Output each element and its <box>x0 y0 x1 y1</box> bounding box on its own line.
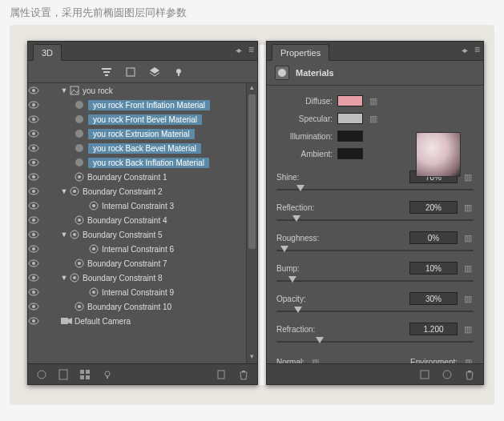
slider-roughness[interactable] <box>276 247 474 254</box>
slider-shine[interactable] <box>276 186 474 193</box>
tree-row[interactable]: you rock Front Bevel Material <box>28 112 257 126</box>
render-icon[interactable] <box>36 369 47 380</box>
swatch-diffuse-color[interactable] <box>337 95 363 106</box>
folder-icon[interactable]: ▥ <box>309 356 321 363</box>
tree-row[interactable]: Boundary Constraint 10 <box>28 299 257 314</box>
tree-row[interactable]: you rock Back Bevel Material <box>28 141 257 155</box>
swatch-specular-color[interactable] <box>337 113 363 124</box>
visibility-icon[interactable] <box>28 274 46 282</box>
chevron-down-icon[interactable]: ▼ <box>60 274 68 282</box>
grid-icon[interactable] <box>79 369 91 380</box>
tree-row[interactable]: Boundary Constraint 7 <box>28 256 257 271</box>
value-refraction[interactable]: 1.200 <box>409 323 458 335</box>
folder-icon[interactable]: ▥ <box>462 263 474 274</box>
tab-3d[interactable]: 3D <box>33 44 62 61</box>
tree-row[interactable]: Boundary Constraint 4 <box>28 213 257 227</box>
tree-row[interactable]: Internal Constraint 9 <box>28 285 257 299</box>
collapse-icon[interactable]: ◂▸ <box>236 46 240 54</box>
svg-point-46 <box>32 247 35 251</box>
slider-reflection[interactable] <box>276 217 474 223</box>
svg-point-60 <box>92 291 95 294</box>
panel-menu-icon[interactable]: ≡ <box>474 44 480 55</box>
new-icon[interactable] <box>216 369 227 380</box>
visibility-icon[interactable] <box>28 144 46 152</box>
preview-toggle-icon[interactable] <box>419 369 430 380</box>
svg-point-66 <box>32 319 35 323</box>
tree-row[interactable]: ▼Boundary Constraint 2 <box>28 184 257 198</box>
folder-icon[interactable]: ▥ <box>462 202 474 213</box>
tree-row[interactable]: Internal Constraint 3 <box>28 198 257 213</box>
folder-icon[interactable]: ▥ <box>462 232 474 243</box>
scroll-up-icon[interactable]: ▴ <box>247 83 257 94</box>
chevron-down-icon[interactable]: ▼ <box>60 187 68 195</box>
light-icon[interactable] <box>172 66 185 78</box>
visibility-icon[interactable] <box>28 303 46 311</box>
visibility-icon[interactable] <box>28 158 46 166</box>
visibility-icon[interactable] <box>28 259 46 267</box>
visibility-icon[interactable] <box>28 101 46 109</box>
slider-bump[interactable] <box>276 278 474 284</box>
tree-row[interactable]: you rock Extrusion Material <box>28 126 257 141</box>
tree-label: you rock Back Bevel Material <box>86 143 257 154</box>
visibility-icon[interactable] <box>28 245 46 253</box>
tree-row[interactable]: Internal Constraint 6 <box>28 242 257 256</box>
scroll-thumb[interactable] <box>248 94 256 249</box>
tab-properties[interactable]: Properties <box>272 44 329 61</box>
svg-rect-77 <box>242 371 245 372</box>
folder-icon[interactable]: ▥ <box>368 95 379 106</box>
value-opacity[interactable]: 30% <box>409 292 458 305</box>
visibility-icon[interactable] <box>28 173 46 181</box>
tree-label: Boundary Constraint 5 <box>81 231 257 239</box>
chevron-down-icon[interactable]: ▼ <box>60 231 68 239</box>
visibility-icon[interactable] <box>28 202 46 210</box>
tree-row[interactable]: Default Camera <box>28 314 257 328</box>
value-roughness[interactable]: 0% <box>409 231 458 244</box>
visibility-icon[interactable] <box>28 115 46 123</box>
value-bump[interactable]: 10% <box>409 262 458 275</box>
visibility-icon[interactable] <box>28 86 46 94</box>
label-bump: Bump: <box>276 264 405 273</box>
trash-icon[interactable] <box>464 369 475 380</box>
scroll-down-icon[interactable]: ▾ <box>247 352 257 363</box>
layers-icon[interactable] <box>148 66 161 78</box>
folder-icon[interactable]: ▥ <box>462 293 474 304</box>
filter-icon[interactable] <box>100 66 113 78</box>
tree-row[interactable]: ▼you rock <box>28 83 257 98</box>
label-ambient: Ambient: <box>276 150 333 158</box>
visibility-icon[interactable] <box>28 216 46 224</box>
collapse-icon[interactable]: ◂▸ <box>462 46 466 54</box>
folder-icon[interactable]: ▥ <box>462 171 474 182</box>
scrollbar[interactable]: ▴ ▾ <box>246 83 257 363</box>
trash-icon[interactable] <box>238 369 249 380</box>
sphere-icon[interactable] <box>442 369 453 380</box>
slider-opacity[interactable] <box>276 308 474 315</box>
visibility-icon[interactable] <box>28 130 46 138</box>
slider-refraction[interactable] <box>276 339 474 345</box>
tree-row[interactable]: you rock Front Inflation Material <box>28 98 257 112</box>
visibility-icon[interactable] <box>28 288 46 296</box>
add-light-icon[interactable] <box>102 369 113 380</box>
folder-icon[interactable]: ▥ <box>368 113 379 124</box>
svg-point-54 <box>32 276 35 279</box>
doc-icon[interactable] <box>58 369 68 380</box>
visibility-icon[interactable] <box>28 317 46 325</box>
tree-row[interactable]: Boundary Constraint 1 <box>28 170 257 184</box>
material-icon <box>73 100 86 110</box>
mesh-icon[interactable] <box>124 66 137 78</box>
value-reflection[interactable]: 20% <box>409 201 458 214</box>
folder-icon[interactable]: ▥ <box>462 356 474 363</box>
tree-row[interactable]: ▼Boundary Constraint 8 <box>28 271 257 285</box>
visibility-icon[interactable] <box>28 231 46 239</box>
chevron-down-icon[interactable]: ▼ <box>60 86 68 94</box>
tree-row[interactable]: you rock Back Inflation Material <box>28 155 257 170</box>
label-reflection: Reflection: <box>276 203 405 212</box>
swatch-illumination-color[interactable] <box>337 130 363 142</box>
svg-point-44 <box>73 233 76 236</box>
folder-icon[interactable]: ▥ <box>462 323 474 335</box>
swatch-ambient-color[interactable] <box>337 148 363 159</box>
material-preview[interactable] <box>416 132 461 177</box>
visibility-icon[interactable] <box>28 187 46 195</box>
materials-icon <box>275 66 289 80</box>
tree-row[interactable]: ▼Boundary Constraint 5 <box>28 227 257 242</box>
panel-menu-icon[interactable]: ≡ <box>248 44 254 55</box>
